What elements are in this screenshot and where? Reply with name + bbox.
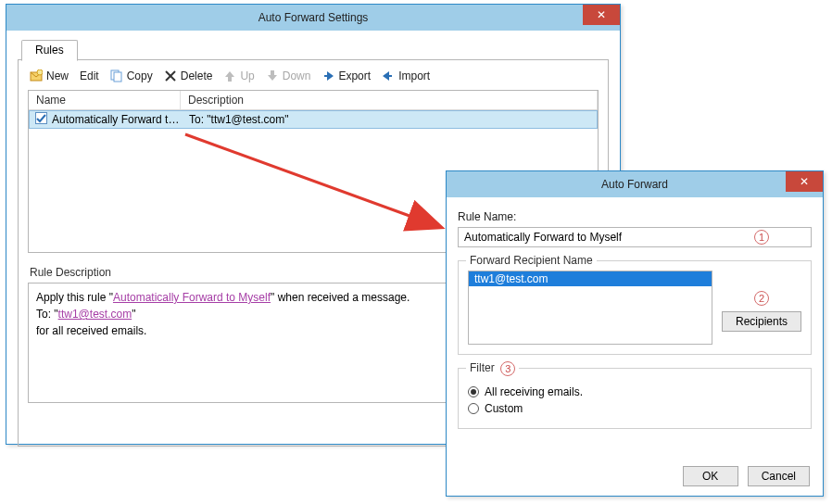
up-button: Up — [223, 69, 254, 82]
tabstrip: Rules — [18, 40, 609, 60]
close-settings-button[interactable]: ✕ — [583, 5, 620, 25]
export-icon — [321, 69, 334, 82]
filter-custom-radio[interactable]: Custom — [468, 402, 801, 415]
rule-desc-cell: To: "ttw1@test.com" — [182, 113, 597, 126]
rule-checkbox[interactable] — [30, 112, 52, 127]
copy-button[interactable]: Copy — [110, 69, 153, 82]
radio-dot-icon — [468, 386, 479, 397]
recipients-button[interactable]: Recipients — [722, 311, 801, 332]
tab-rules[interactable]: Rules — [21, 40, 78, 61]
rules-list-header: Name Description — [29, 91, 598, 110]
cancel-button[interactable]: Cancel — [748, 466, 810, 486]
radio-dot-icon — [468, 403, 479, 414]
callout-3: 3 — [500, 361, 515, 376]
rule-name-cell: Automatically Forward to... — [52, 113, 182, 126]
recipient-fieldset: Forward Recipient Name ttw1@test.com 2 R… — [458, 260, 812, 355]
rule-recipient-link[interactable]: ttw1@test.com — [58, 308, 132, 321]
rule-row[interactable]: Automatically Forward to... To: "ttw1@te… — [29, 110, 598, 129]
recipient-list[interactable]: ttw1@test.com — [468, 271, 712, 345]
close-icon: ✕ — [597, 8, 606, 21]
svg-rect-6 — [35, 113, 46, 124]
svg-point-1 — [37, 69, 43, 75]
toolbar: New Edit Copy Delete — [28, 68, 599, 90]
autoforward-title: Auto Forward — [601, 178, 668, 191]
autoforward-titlebar[interactable]: Auto Forward ✕ — [447, 171, 823, 197]
filter-fieldset: Filter 3 All receiving emails. Custom — [458, 368, 812, 429]
settings-titlebar[interactable]: Auto Forward Settings ✕ — [6, 5, 620, 31]
rule-name-link[interactable]: Automatically Forward to Myself — [113, 291, 271, 304]
down-button: Down — [266, 69, 311, 82]
new-button[interactable]: New — [30, 69, 69, 82]
column-description[interactable]: Description — [181, 91, 598, 109]
column-name[interactable]: Name — [29, 91, 181, 109]
delete-button[interactable]: Delete — [164, 69, 213, 82]
edit-button[interactable]: Edit — [80, 69, 99, 82]
new-icon — [30, 69, 43, 82]
rule-name-label: Rule Name: — [458, 210, 812, 223]
close-autoforward-button[interactable]: ✕ — [786, 171, 823, 192]
settings-title: Auto Forward Settings — [258, 11, 369, 24]
copy-icon — [110, 69, 123, 82]
filter-legend: Filter 3 — [466, 361, 519, 376]
autoforward-window: Auto Forward ✕ Rule Name: 1 Forward Reci… — [446, 170, 824, 497]
rule-name-input[interactable] — [458, 227, 812, 247]
autoforward-client: Rule Name: 1 Forward Recipient Name ttw1… — [447, 197, 823, 496]
recipient-legend: Forward Recipient Name — [466, 254, 597, 267]
import-button[interactable]: Import — [382, 69, 430, 82]
recipient-item[interactable]: ttw1@test.com — [469, 271, 712, 286]
close-icon: ✕ — [800, 175, 809, 188]
filter-all-radio[interactable]: All receiving emails. — [468, 385, 801, 398]
ok-button[interactable]: OK — [683, 466, 738, 486]
callout-2: 2 — [754, 291, 769, 306]
arrow-up-icon — [223, 69, 236, 82]
delete-icon — [164, 69, 177, 82]
export-button[interactable]: Export — [321, 69, 371, 82]
arrow-down-icon — [266, 69, 279, 82]
import-icon — [382, 69, 395, 82]
svg-rect-3 — [114, 72, 121, 82]
dialog-footer: OK Cancel — [683, 466, 810, 486]
